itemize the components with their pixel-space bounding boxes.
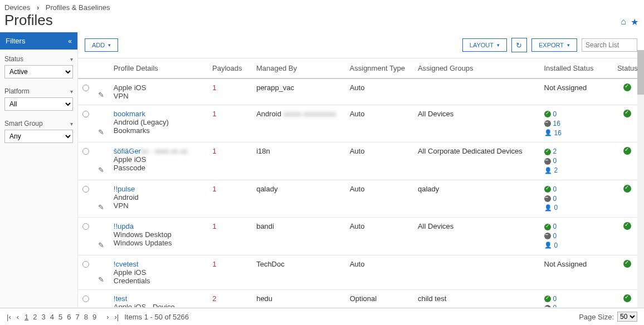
edit-icon[interactable]: ✎ — [98, 241, 104, 249]
install-user-count[interactable]: 2 — [554, 166, 558, 175]
edit-icon[interactable]: ✎ — [98, 203, 104, 211]
managed-by: i18n — [256, 147, 270, 155]
row-select-radio[interactable] — [82, 111, 89, 117]
profile-name-link[interactable]: !cvetest — [114, 260, 139, 268]
status-ok-icon — [623, 110, 631, 117]
profile-platform: Apple iOS — [114, 268, 203, 277]
install-ok-count[interactable]: 0 — [553, 222, 557, 232]
col-payloads[interactable]: Payloads — [208, 58, 252, 78]
edit-icon[interactable]: ✎ — [98, 91, 104, 99]
assignment-type: Auto — [350, 222, 365, 230]
refresh-button[interactable]: ↻ — [511, 38, 527, 52]
profile-platform: Android — [114, 193, 203, 201]
assigned-groups: All Devices — [418, 110, 453, 118]
page-first-icon[interactable]: |‹ — [7, 313, 11, 321]
install-neut-count[interactable]: 0 — [553, 232, 557, 241]
row-select-radio[interactable] — [82, 186, 89, 193]
row-select-radio[interactable] — [82, 85, 89, 91]
assigned-groups: All Devices — [418, 222, 453, 230]
install-user-count[interactable]: 16 — [554, 129, 562, 138]
row-select-radio[interactable] — [82, 296, 89, 302]
profile-name-link[interactable]: !!upda — [114, 222, 134, 230]
page-prev-icon[interactable]: ‹ — [17, 313, 19, 321]
row-select-radio[interactable] — [82, 223, 89, 230]
breadcrumb: Devices › Profiles & Baselines — [0, 0, 644, 12]
collapse-sidebar-icon[interactable]: « — [68, 37, 72, 45]
managed-by: perapp_vac — [256, 83, 294, 92]
search-input[interactable] — [582, 38, 637, 52]
page-number[interactable]: 7 — [75, 313, 79, 321]
star-icon[interactable]: ★ — [631, 17, 638, 27]
col-assignment-type[interactable]: Assignment Type — [345, 58, 413, 78]
export-button[interactable]: EXPORT ▾ — [531, 38, 577, 52]
toolbar: ADD ▾ LAYOUT ▾ ↻ EXPORT ▾ — [78, 32, 644, 58]
profile-platform: Apple iOS — [114, 83, 203, 92]
user-icon: 👤 — [544, 166, 552, 175]
export-button-label: EXPORT — [539, 42, 564, 48]
install-ok-count[interactable]: 2 — [553, 147, 557, 156]
chevron-down-icon: ▾ — [70, 88, 73, 95]
install-neut-count[interactable]: 0 — [553, 303, 557, 307]
page-number[interactable]: 6 — [67, 313, 71, 321]
profile-payload-type: VPN — [114, 201, 203, 210]
edit-icon[interactable]: ✎ — [98, 275, 104, 284]
install-neut-count[interactable]: 0 — [553, 156, 557, 166]
row-select-radio[interactable] — [82, 148, 89, 155]
install-ok-count[interactable]: 0 — [553, 110, 557, 119]
page-number[interactable]: 1 — [25, 313, 28, 321]
install-neut-count[interactable]: 16 — [553, 119, 560, 129]
minus-icon — [544, 233, 551, 239]
home-icon[interactable]: ⌂ — [621, 17, 626, 27]
col-installed-status[interactable]: Installed Status — [540, 58, 611, 78]
page-number[interactable]: 8 — [84, 313, 88, 321]
ok-icon — [544, 296, 551, 302]
user-icon: 👤 — [544, 204, 552, 212]
page-number[interactable]: 2 — [33, 313, 37, 321]
install-status-text: Not Assigned — [544, 83, 587, 92]
row-select-radio[interactable] — [82, 261, 89, 268]
filter-status-select[interactable]: Active — [4, 65, 73, 78]
layout-button[interactable]: LAYOUT ▾ — [462, 38, 507, 52]
profile-name-link[interactable]: bookmark — [114, 110, 145, 118]
col-managed-by[interactable]: Managed By — [252, 58, 345, 78]
page-size-select[interactable]: 50 — [617, 312, 637, 322]
filter-smartgroup-text: Smart Group — [4, 120, 43, 127]
col-profile-details[interactable]: Profile Details — [109, 58, 208, 78]
profile-name-link[interactable]: !!pulse — [114, 185, 135, 193]
col-assigned-groups[interactable]: Assigned Groups — [413, 58, 540, 78]
edit-icon[interactable]: ✎ — [98, 166, 104, 174]
profile-payload-type: VPN — [114, 92, 203, 100]
page-number[interactable]: 5 — [58, 313, 62, 321]
redacted-text: xx - xxxx xx xx — [141, 147, 188, 155]
install-ok-count[interactable]: 0 — [553, 185, 557, 194]
page-next-icon[interactable]: › — [106, 313, 109, 321]
chevron-right-icon: › — [37, 3, 39, 12]
page-number[interactable]: 4 — [50, 313, 54, 321]
filter-status-text: Status — [4, 55, 23, 63]
page-last-icon[interactable]: ›| — [115, 313, 119, 321]
filter-smartgroup-select[interactable]: Any — [4, 130, 73, 143]
page-number[interactable]: 3 — [42, 313, 46, 321]
refresh-icon: ↻ — [516, 41, 522, 50]
status-ok-icon — [623, 260, 631, 268]
add-button[interactable]: ADD ▾ — [85, 38, 118, 52]
scrollbar[interactable] — [637, 50, 644, 308]
payload-count: 1 — [212, 147, 216, 155]
breadcrumb-leaf[interactable]: Profiles & Baselines — [46, 3, 110, 12]
profile-name-link[interactable]: šöfiäGer — [114, 147, 141, 155]
breadcrumb-root[interactable]: Devices — [4, 3, 30, 12]
page-size-label: Page Size: — [579, 313, 614, 321]
filter-platform-label[interactable]: Platform ▾ — [4, 85, 73, 97]
filter-platform-select[interactable]: All — [4, 97, 73, 111]
install-neut-count[interactable]: 0 — [553, 194, 557, 204]
profile-name-link[interactable]: !test — [114, 294, 128, 303]
filter-smartgroup-label[interactable]: Smart Group ▾ — [4, 117, 73, 130]
install-user-count[interactable]: 0 — [554, 203, 558, 213]
install-user-count[interactable]: 0 — [554, 241, 558, 250]
assigned-groups: All Corporate Dedicated Devices — [418, 147, 523, 155]
filter-status-label[interactable]: Status ▾ — [4, 53, 73, 65]
filters-header[interactable]: Filters « — [0, 32, 77, 50]
page-number[interactable]: 9 — [92, 313, 96, 321]
edit-icon[interactable]: ✎ — [98, 128, 104, 136]
install-ok-count[interactable]: 0 — [553, 294, 557, 304]
